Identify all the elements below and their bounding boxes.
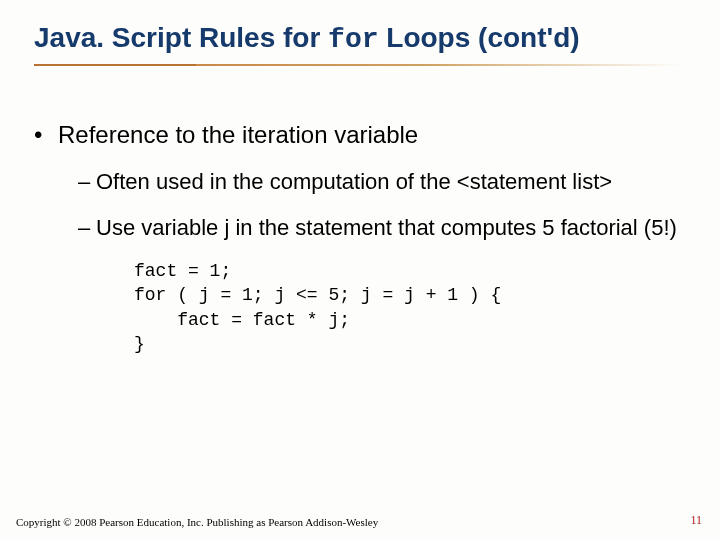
title-underline [34,64,682,66]
bullet-level2-a: Often used in the computation of the <st… [34,168,690,196]
code-sample: fact = 1; for ( j = 1; j <= 5; j = j + 1… [34,259,690,356]
slide-title: Java. Script Rules for for Loops (cont'd… [34,22,700,56]
slide-body: Reference to the iteration variable Ofte… [34,120,690,356]
copyright-footer: Copyright © 2008 Pearson Education, Inc.… [16,516,378,528]
bullet-level1: Reference to the iteration variable [34,120,690,150]
slide: Java. Script Rules for for Loops (cont'd… [0,0,720,540]
bullet-level2-b: Use variable j in the statement that com… [34,214,690,242]
page-number: 11 [690,513,702,528]
title-code: for [328,24,378,55]
title-pre: Java. Script Rules for [34,22,328,53]
title-post: Loops (cont'd) [379,22,580,53]
